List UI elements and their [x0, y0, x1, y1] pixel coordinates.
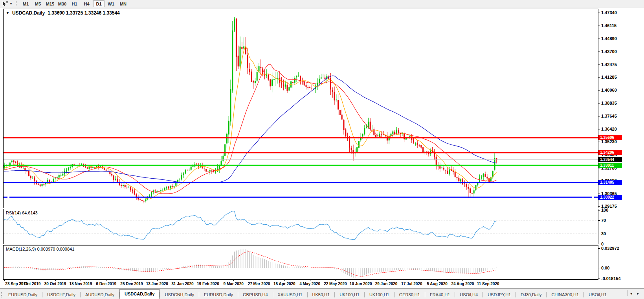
price-tag-1.33011[interactable]: 1.33011 — [598, 163, 622, 168]
candle-body — [141, 200, 143, 201]
tab-scroll-left-icon[interactable]: ◄ — [627, 290, 635, 298]
timeframe-buttons: M1M5M15M30H1H4D1W1MN — [20, 0, 129, 7]
candle-body — [457, 177, 458, 178]
chart-tab-dj30-daily[interactable]: DJ30,Daily — [516, 291, 546, 299]
candle-body — [351, 148, 352, 150]
candle-body — [464, 184, 465, 184]
candle-body — [111, 174, 112, 175]
timeframe-button-w1[interactable]: W1 — [105, 0, 117, 7]
chart-tab-eurusd-daily[interactable]: EURUSD,Daily — [4, 291, 42, 299]
candle-body — [125, 185, 126, 188]
candle-body — [298, 76, 299, 76]
candle-body — [281, 83, 282, 84]
price-tick — [598, 65, 600, 65]
rsi-line — [4, 211, 497, 240]
date-tick — [437, 280, 438, 281]
chart-tab-china300-h1[interactable]: CHINA300,H1 — [547, 291, 583, 299]
toolbar-grip[interactable] — [16, 1, 17, 6]
macd-canvas[interactable] — [4, 245, 598, 279]
timeframe-button-mn[interactable]: MN — [117, 0, 129, 7]
candle-body — [209, 170, 211, 172]
price-tag-1.30022[interactable]: 1.30022 — [598, 195, 622, 200]
candle-body — [134, 191, 135, 195]
price-axis-label: 1.36420 — [601, 127, 617, 131]
price-tick — [598, 52, 600, 52]
chart-tab-usdchf-daily[interactable]: USDCHF,Daily — [42, 291, 80, 299]
chart-tab-ger30-h1[interactable]: GER30,H1 — [394, 291, 425, 299]
candle-body — [483, 174, 484, 177]
chart-tab-usoil-h1[interactable]: USOil,H1 — [584, 291, 611, 299]
timeframe-button-h1[interactable]: H1 — [69, 0, 80, 7]
candle-body — [185, 170, 186, 174]
line-handle[interactable] — [7, 196, 9, 198]
candle-body — [228, 121, 229, 135]
candle-body — [117, 179, 118, 182]
candle-body — [449, 170, 450, 174]
date-tick — [157, 280, 158, 281]
chart-tab-fra40-h1[interactable]: FRA40,H1 — [425, 291, 455, 299]
price-scale[interactable]: 1.473401.461151.448901.437001.424751.412… — [598, 0, 644, 299]
chart-tab-usdjpy-h1[interactable]: USDJPY,H1 — [483, 291, 516, 299]
chart-tab-audusd-daily[interactable]: AUDUSD,Daily — [81, 291, 119, 299]
price-canvas[interactable] — [4, 9, 598, 208]
date-scale[interactable]: 23 Sep 201911 Oct 201930 Oct 201918 Nov … — [3, 280, 598, 288]
date-tick — [259, 280, 259, 281]
timeframe-button-h4[interactable]: H4 — [81, 0, 92, 7]
candle-body — [92, 167, 94, 168]
chart-tab-usoil-h4[interactable]: USOil,H4 — [455, 291, 483, 299]
chart-tab-usdcnh-daily[interactable]: USDCNH,Daily — [160, 291, 199, 299]
chart-tab-eurusd-daily[interactable]: EURUSD,Daily — [199, 291, 238, 299]
candle-body — [155, 190, 156, 191]
timeframe-button-m15[interactable]: M15 — [44, 0, 56, 7]
candle-body — [273, 79, 275, 80]
chart-tab-xauusd-h1[interactable]: XAUUSD,H1 — [273, 291, 307, 299]
candle-body — [189, 170, 190, 171]
price-tick — [598, 142, 600, 142]
candle-body — [191, 167, 192, 170]
moving-average-21 — [4, 65, 497, 194]
rsi-canvas[interactable] — [4, 209, 598, 244]
main-chart-panel: ▼ USDCAD,Daily 1.33690 1.33725 1.33246 1… — [3, 9, 598, 208]
candle-body — [156, 191, 158, 192]
tab-scroll-right-icon[interactable]: ► — [635, 290, 642, 298]
macd-axis-label: 0.00 — [601, 266, 609, 270]
chart-tab-usdcad-daily[interactable]: USDCAD,Daily — [119, 289, 160, 299]
candle-body — [349, 139, 350, 148]
timeframe-button-m1[interactable]: M1 — [20, 0, 31, 7]
candle-body — [392, 131, 393, 134]
timeframe-button-m5[interactable]: M5 — [32, 0, 44, 7]
candle-body — [193, 166, 194, 167]
candle-body — [251, 72, 252, 82]
candle-body — [145, 199, 147, 201]
chart-tab-gbpusd-h4[interactable]: GBPUSD,H4 — [238, 291, 273, 299]
macd-axis-label: 0.032972 — [601, 246, 619, 251]
candle-body — [260, 67, 261, 68]
price-tick — [598, 206, 600, 207]
candle-body — [447, 171, 448, 174]
chart-tab-uk100-h1[interactable]: UK100,H1 — [335, 291, 364, 299]
candle-body — [366, 127, 367, 128]
line-handle[interactable] — [592, 196, 594, 198]
timeframe-button-d1[interactable]: D1 — [93, 0, 105, 7]
price-tick — [598, 194, 600, 194]
candle-body — [207, 172, 209, 172]
symbol-dropdown-icon[interactable]: ▼ — [6, 11, 9, 15]
price-tick — [598, 129, 600, 129]
macd-indicator-panel: MACD(12,26,9) 0.003970 0.000841 — [3, 245, 598, 280]
candle-body — [266, 74, 267, 76]
chart-tab-hk50-h1[interactable]: HK50,H1 — [308, 291, 335, 299]
cursor-tool-icon[interactable] — [2, 1, 8, 7]
chart-tab-uk100-h1[interactable]: UK100,H1 — [365, 291, 394, 299]
price-tag-1.34206[interactable]: 1.34206 — [598, 150, 622, 155]
price-tag-1.35606[interactable]: 1.35606 — [598, 135, 622, 140]
candle-body — [283, 85, 284, 86]
mt4-window: ▼ M1M5M15M30H1H4D1W1MN ▼ USDCAD,Daily 1.… — [0, 0, 644, 299]
candle-body — [234, 19, 235, 31]
candle-body — [4, 166, 5, 168]
candle-body — [383, 135, 384, 135]
price-tag-1.31405[interactable]: 1.31405 — [598, 180, 622, 185]
cursor-tool-dropdown-icon[interactable]: ▼ — [9, 2, 13, 6]
timeframe-button-m30[interactable]: M30 — [57, 0, 68, 7]
candle-body — [61, 175, 62, 175]
date-label: 11 Sep 2020 — [472, 282, 504, 286]
